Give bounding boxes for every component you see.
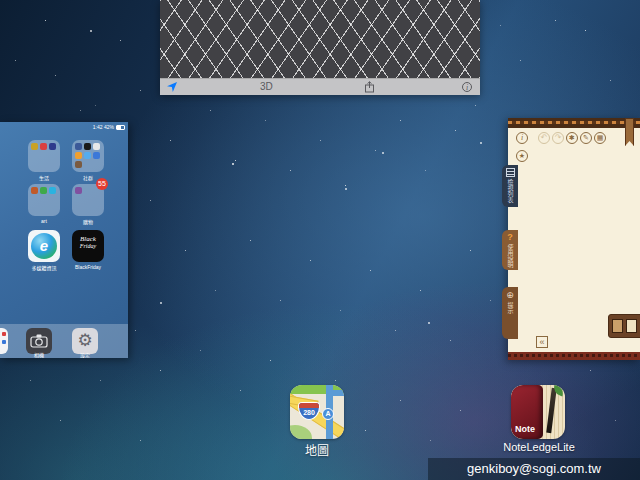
mini-app-icon — [93, 152, 100, 159]
mini-status-bar: 1:42 42% — [93, 124, 125, 130]
mini-status-text: 1:42 42% — [93, 124, 114, 130]
page-palette[interactable] — [608, 314, 640, 338]
mini-app-icon — [40, 187, 47, 194]
home-screen-preview[interactable]: 1:42 42% 生活 社群 art 55 購物 — [0, 122, 128, 358]
redo-icon[interactable]: ↷ — [552, 132, 564, 144]
footer-email-text: genkiboy@sogi.com.tw — [467, 461, 601, 476]
pen-tool-icon[interactable]: ✎ — [580, 132, 592, 144]
mini-app-icon — [75, 152, 82, 159]
bookmark-ribbon-icon — [625, 118, 634, 146]
mini-app-icon — [49, 143, 56, 150]
settings-label: 設定 — [72, 351, 98, 358]
help-tab[interactable]: ? 使用說明 — [502, 230, 518, 270]
list-icon — [506, 168, 515, 177]
star-circle-icon[interactable]: ★ — [516, 150, 528, 162]
mini-app-icon — [93, 143, 100, 150]
blackfriday-icon-text: Black — [72, 236, 104, 243]
notebook-cover: Note — [511, 385, 543, 439]
palette-slot — [612, 319, 623, 333]
maps-3d-button[interactable]: 3D — [260, 81, 273, 92]
app-icon-browser[interactable]: e — [28, 230, 60, 262]
mini-app-icon — [49, 187, 56, 194]
noteledge-app-icon[interactable]: Note — [511, 385, 565, 439]
leather-bottom-border — [508, 352, 640, 360]
folder-1-label: 生活 — [22, 174, 66, 181]
hints-tab[interactable]: ⊕ 提示 — [502, 287, 518, 339]
notification-badge: 55 — [96, 178, 108, 190]
maps-toolbar: 3D i — [160, 78, 480, 95]
folder-2[interactable] — [72, 140, 104, 172]
starfield-bright — [0, 0, 2, 2]
noteledge-icon-label: NoteLedgeLite — [494, 441, 584, 453]
mini-app-icon — [75, 187, 82, 194]
pen-icon — [546, 388, 556, 433]
brush-tool-icon[interactable]: ✱ — [566, 132, 578, 144]
mini-app-icon — [84, 143, 91, 150]
map-pin-marker: A — [322, 408, 334, 420]
app-2-label: BlackFriday — [66, 264, 110, 270]
location-arrow-icon[interactable] — [166, 81, 178, 93]
info-circle-icon[interactable]: i — [516, 132, 528, 144]
folder-3-label: art — [22, 218, 66, 224]
mini-app-icon — [31, 187, 38, 194]
mini-app-icon — [84, 152, 91, 159]
info-icon[interactable]: i — [462, 82, 472, 92]
maps-icon-label: 地圖 — [284, 441, 350, 458]
mini-app-icon — [31, 143, 38, 150]
dock-partial-icon[interactable] — [0, 328, 8, 354]
mini-app-icon — [75, 161, 82, 168]
maps-app-icon[interactable]: 280 A — [290, 385, 344, 439]
maps-empty-grid — [160, 0, 480, 79]
view-list-tab[interactable]: 檢視列表 — [502, 165, 518, 207]
circle-plus-icon: ⊕ — [506, 290, 514, 300]
folder-3[interactable] — [28, 184, 60, 216]
undo-icon[interactable]: ↶ — [538, 132, 550, 144]
palette-slot — [626, 319, 637, 333]
maps-app-preview[interactable]: 3D i — [160, 0, 480, 95]
mini-app-icon — [40, 143, 47, 150]
folder-1[interactable] — [28, 140, 60, 172]
browser-globe-icon: e — [31, 233, 57, 259]
media-tool-icon[interactable]: ▦ — [594, 132, 606, 144]
app-switcher-screen: 3D i 1:42 42% 生活 — [0, 0, 640, 480]
share-icon[interactable] — [364, 81, 375, 93]
camera-label: 相機 — [26, 351, 52, 358]
gear-icon: ⚙ — [77, 331, 92, 350]
leather-top-border — [508, 118, 640, 128]
dock: 相機 ⚙ 設定 — [0, 324, 128, 358]
battery-icon — [116, 125, 125, 130]
app-1-label: 多媒體資訊 — [22, 264, 66, 271]
folder-4-label: 購物 — [66, 218, 110, 225]
mini-app-icon — [75, 143, 82, 150]
footer-email-bar: genkiboy@sogi.com.tw — [428, 458, 640, 480]
app-icon-blackfriday[interactable]: Black Friday — [72, 230, 104, 262]
noteledge-app-preview[interactable]: i ★ ↶ ↷ ✱ ✎ ▦ 檢視列表 ? 使用說明 ⊕ 提示 « — [508, 118, 640, 360]
collapse-button[interactable]: « — [536, 336, 548, 348]
